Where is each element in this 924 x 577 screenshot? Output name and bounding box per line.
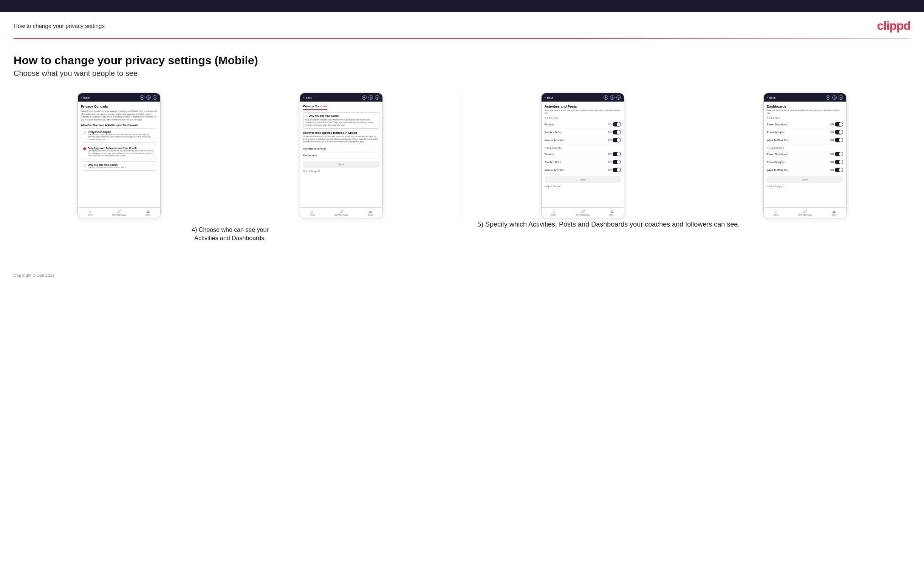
drills-label-coaches: Practice Drills bbox=[544, 131, 561, 134]
nav-menu-4[interactable]: ☰ Menu bbox=[832, 210, 837, 216]
radio-desc-only-you: Only you and the coaches you connect wit… bbox=[88, 166, 126, 169]
toggle-player-dash-coaches-ctrl[interactable]: ON bbox=[830, 122, 843, 126]
work-on-label-coaches: What To Work On bbox=[767, 139, 788, 142]
toggle-switch-round-insights-followers[interactable] bbox=[835, 160, 843, 164]
toggle-switch-player-dash-followers[interactable] bbox=[835, 152, 843, 156]
radio-everyone[interactable]: Everyone on Clippd Everyone on Clippd ca… bbox=[81, 128, 157, 143]
toggle-drills-followers-ctrl[interactable]: ON bbox=[608, 160, 621, 164]
profile-icon-2[interactable]: 👤 bbox=[368, 95, 373, 100]
search-icon-3[interactable]: 🔍 bbox=[604, 95, 608, 100]
phone1-back[interactable]: < Back bbox=[81, 96, 90, 99]
caption-right: 5) Specify which Activities, Posts and D… bbox=[477, 220, 740, 229]
performance-icon-2: 📈 bbox=[339, 210, 344, 213]
header: How to change your privacy settings clip… bbox=[0, 12, 924, 38]
toggle-switch-manual-followers[interactable] bbox=[612, 168, 621, 172]
phone4-icons: 🔍 👤 ⚙ bbox=[826, 95, 843, 100]
phone-mockup-2: < Back 🔍 👤 ⚙ Privacy Controls Only You a… bbox=[300, 93, 383, 218]
toggle-round-insights-followers-ctrl[interactable]: ON bbox=[830, 160, 843, 164]
profile-icon-4[interactable]: 👤 bbox=[832, 95, 837, 100]
toggle-player-dash-followers-ctrl[interactable]: ON bbox=[830, 152, 843, 156]
radio-desc-approved: Only approved followers and coaches you … bbox=[88, 150, 155, 157]
nav-performance-4[interactable]: 📈 My Performance bbox=[798, 210, 812, 216]
logo: clippd bbox=[877, 19, 910, 33]
privacy-tab[interactable]: Privacy Controls bbox=[303, 105, 327, 110]
home-label-2: Home bbox=[310, 214, 315, 216]
radio-approved[interactable]: Only Approved Followers and Your Coach O… bbox=[81, 145, 157, 160]
toggle-rounds-coaches-ctrl[interactable]: ON bbox=[608, 122, 621, 126]
save-button-4[interactable]: Save bbox=[767, 176, 843, 183]
settings-icon-2[interactable]: ⚙ bbox=[375, 95, 380, 100]
nav-home-4[interactable]: ⌂ Home bbox=[774, 210, 779, 216]
help-support-3: Help & Support bbox=[544, 185, 621, 188]
who-can-see-heading: Who Can See Your Activities and Dashboar… bbox=[81, 124, 157, 126]
toggle-round-insights-coaches: Round Insights ON bbox=[767, 128, 843, 136]
footer: Copyright Clippd 2022 bbox=[0, 266, 924, 285]
toggle-drills-coaches-ctrl[interactable]: ON bbox=[608, 130, 621, 134]
settings-icon-4[interactable]: ⚙ bbox=[838, 95, 843, 100]
caption-left-container: 4) Choose who can see your Activities an… bbox=[14, 220, 447, 243]
help-support-4: Help & Support bbox=[767, 185, 843, 188]
toggle-switch-work-on-coaches[interactable] bbox=[835, 138, 843, 142]
tooltip-radio-dot bbox=[305, 115, 308, 117]
nav-home-3[interactable]: ⌂ Home bbox=[551, 210, 556, 216]
toggle-switch-rounds-followers[interactable] bbox=[612, 152, 621, 156]
screen2-col: < Back 🔍 👤 ⚙ Privacy Controls Only You a… bbox=[236, 93, 447, 218]
save-button-3[interactable]: Save bbox=[544, 176, 621, 183]
search-icon-4[interactable]: 🔍 bbox=[826, 95, 830, 100]
toggle-player-dash-followers: Player Dashboard ON bbox=[767, 150, 843, 158]
nav-performance-2[interactable]: 📈 My Performance bbox=[334, 210, 349, 216]
show-hide-title: Show or hide specific features in Clippd bbox=[303, 131, 380, 134]
toggle-switch-drills-followers[interactable] bbox=[612, 160, 621, 164]
profile-icon-3[interactable]: 👤 bbox=[610, 95, 614, 100]
toggle-manual-coaches-ctrl[interactable]: ON bbox=[608, 138, 621, 142]
phone3-back[interactable]: < Back bbox=[544, 96, 553, 99]
home-icon-2: ⌂ bbox=[312, 210, 313, 213]
phone1-topbar: < Back 🔍 👤 ⚙ bbox=[78, 93, 160, 102]
toggle-work-on-followers-ctrl[interactable]: ON bbox=[830, 168, 843, 172]
nav-home-2[interactable]: ⌂ Home bbox=[310, 210, 315, 216]
search-icon-2[interactable]: 🔍 bbox=[362, 95, 367, 100]
toggle-switch-manual-coaches[interactable] bbox=[612, 138, 621, 142]
radio-only-you[interactable]: Only You and Your Coach Only you and the… bbox=[81, 161, 157, 171]
dashboards-row[interactable]: Dashboards › bbox=[303, 152, 380, 159]
performance-icon-4: 📈 bbox=[803, 210, 807, 213]
toggle-switch-rounds-coaches[interactable] bbox=[612, 122, 621, 126]
nav-menu-2[interactable]: ☰ Menu bbox=[368, 210, 373, 216]
dashboards-title: Dashboards bbox=[767, 105, 843, 108]
settings-icon-3[interactable]: ⚙ bbox=[616, 95, 621, 100]
phone3-bottomnav: ⌂ Home 📈 My Performance ☰ Menu bbox=[541, 207, 624, 218]
toggle-work-on-coaches-ctrl[interactable]: ON bbox=[830, 138, 843, 142]
activities-posts-row[interactable]: Activities and Posts › bbox=[303, 145, 380, 152]
toggle-rounds-followers-ctrl[interactable]: ON bbox=[608, 152, 621, 156]
nav-performance-1[interactable]: 📈 My Performance bbox=[112, 210, 126, 216]
screen1-col: < Back 🔍 👤 ⚙ Privacy Controls Control ho… bbox=[14, 93, 225, 218]
toggle-switch-drills-coaches[interactable] bbox=[612, 130, 621, 134]
nav-home-1[interactable]: ⌂ Home bbox=[88, 210, 92, 216]
search-icon[interactable]: 🔍 bbox=[140, 95, 144, 100]
performance-label-4: My Performance bbox=[798, 214, 812, 216]
toggle-round-insights-coaches-ctrl[interactable]: ON bbox=[830, 130, 843, 134]
profile-icon[interactable]: 👤 bbox=[146, 95, 151, 100]
phone2-back[interactable]: < Back bbox=[303, 96, 312, 99]
nav-performance-3[interactable]: 📈 My Performance bbox=[576, 210, 590, 216]
toggle-switch-player-dash-coaches[interactable] bbox=[835, 122, 843, 126]
performance-label-3: My Performance bbox=[576, 214, 590, 216]
radio-dot-approved bbox=[83, 147, 86, 150]
caption-left: 4) Choose who can see your Activities an… bbox=[189, 226, 272, 243]
radio-label-only-you: Only You and Your Coach bbox=[88, 163, 126, 166]
menu-label-4: Menu bbox=[832, 214, 837, 216]
nav-menu-1[interactable]: ☰ Menu bbox=[146, 210, 151, 216]
breadcrumb: How to change your privacy settings bbox=[14, 23, 105, 29]
toggle-manual-coaches: Manual Activities ON bbox=[544, 136, 621, 144]
phone4-back[interactable]: < Back bbox=[767, 96, 775, 99]
toggle-switch-round-insights-coaches[interactable] bbox=[835, 130, 843, 134]
radio-text-only-you: Only You and Your Coach Only you and the… bbox=[88, 163, 126, 169]
privacy-controls-title: Privacy Controls bbox=[81, 105, 157, 108]
toggle-drills-followers: Practice Drills ON bbox=[544, 158, 621, 166]
toggle-switch-work-on-followers[interactable] bbox=[835, 168, 843, 172]
settings-icon[interactable]: ⚙ bbox=[153, 95, 157, 100]
toggle-manual-followers-ctrl[interactable]: ON bbox=[608, 168, 621, 172]
nav-menu-3[interactable]: ☰ Menu bbox=[610, 210, 614, 216]
phone4-bottomnav: ⌂ Home 📈 My Performance ☰ Menu bbox=[764, 207, 846, 218]
save-button-2[interactable]: Save bbox=[303, 161, 380, 168]
